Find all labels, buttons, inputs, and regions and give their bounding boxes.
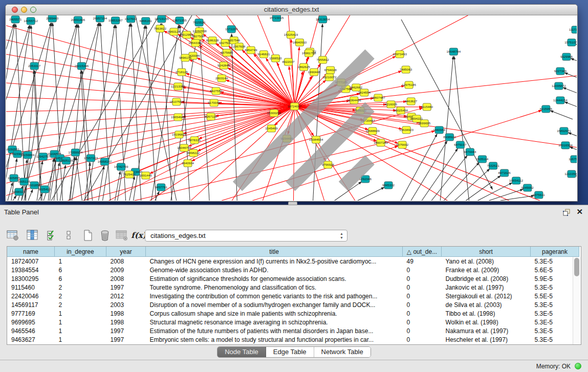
column-header-title[interactable]: title	[146, 247, 403, 257]
table-panel: Table Panel ✕	[0, 205, 588, 372]
tab-edge-table[interactable]: Edge Table	[266, 347, 314, 357]
float-panel-icon[interactable]	[562, 208, 571, 216]
window-resize-grip-icon[interactable]	[6, 15, 576, 200]
table-row[interactable]: 946362711997Embryonic stem cells: a mode…	[7, 335, 579, 344]
attribute-table: namein_degreeyeartitle△ out_de...shortpa…	[7, 246, 581, 345]
network-window: citations_edges.txt 24055711405571220994…	[5, 4, 578, 202]
function-builder-button[interactable]: f(x)	[132, 229, 145, 242]
delete-column-button[interactable]	[98, 229, 112, 242]
new-column-button[interactable]	[81, 229, 95, 242]
close-panel-icon[interactable]: ✕	[576, 207, 583, 216]
desktop-background: citations_edges.txt 24055711405571220994…	[0, 0, 588, 205]
table-panel-header: Table Panel ✕	[0, 205, 588, 218]
window-title: citations_edges.txt	[6, 6, 577, 13]
table-row[interactable]: 969969511998Structural magnetic resonanc…	[7, 318, 579, 326]
show-columns-button[interactable]	[26, 229, 39, 242]
table-row[interactable]: 911546021997Tourette syndrome. Phenomeno…	[7, 283, 579, 292]
column-selector-button[interactable]	[45, 229, 58, 242]
column-header-out_de[interactable]: △ out_de...	[403, 247, 442, 257]
window-titlebar[interactable]: citations_edges.txt	[6, 5, 577, 15]
table-toolbar: f(x)	[6, 228, 149, 243]
table-row[interactable]: 946554611997Estimation of the future num…	[7, 326, 579, 335]
tab-network-table[interactable]: Network Table	[314, 347, 371, 357]
status-bar: Memory: OK	[0, 360, 588, 372]
table-row[interactable]: 977716911998Corpus callosum shape and si…	[7, 309, 579, 318]
row-mode-button[interactable]	[62, 229, 75, 242]
column-header-name[interactable]: name	[7, 247, 55, 257]
table-panel-title: Table Panel	[4, 208, 39, 216]
memory-status-indicator	[575, 363, 581, 369]
column-header-in_degree[interactable]: in_degree	[55, 247, 106, 257]
column-header-pagerank[interactable]: pagerank	[531, 247, 579, 257]
table-row[interactable]: 1830029562008Estimation of significance …	[7, 274, 579, 283]
table-mode-button[interactable]	[6, 229, 19, 242]
table-scrollbar[interactable]	[573, 257, 581, 344]
column-header-year[interactable]: year	[106, 247, 146, 257]
memory-status-label: Memory: OK	[536, 363, 571, 370]
table-row[interactable]: 1872400712008Changes of HCN gene express…	[7, 257, 579, 266]
tab-node-table[interactable]: Node Table	[217, 347, 266, 357]
table-tab-bar: Node TableEdge TableNetwork Table	[0, 346, 588, 359]
fx-icon: f(x)	[131, 231, 146, 240]
table-row[interactable]: 2242004622012Investigating the contribut…	[7, 292, 579, 300]
table-chooser-dropdown[interactable]: citations_edges.txt ▲▼	[145, 230, 347, 242]
table-row[interactable]: 1456911722003Disruption of a novel membe…	[7, 300, 579, 309]
dropdown-arrows-icon: ▲▼	[340, 232, 343, 240]
table-chooser-value: citations_edges.txt	[150, 232, 206, 239]
table-row[interactable]: 1938455462009Genome-wide association stu…	[7, 266, 579, 274]
table-scrollbar-thumb[interactable]	[574, 258, 579, 276]
delete-table-button-disabled	[115, 229, 128, 242]
column-header-short[interactable]: short	[442, 247, 531, 257]
network-canvas[interactable]: 2405571140557122099443206914062695719410…	[6, 15, 577, 201]
